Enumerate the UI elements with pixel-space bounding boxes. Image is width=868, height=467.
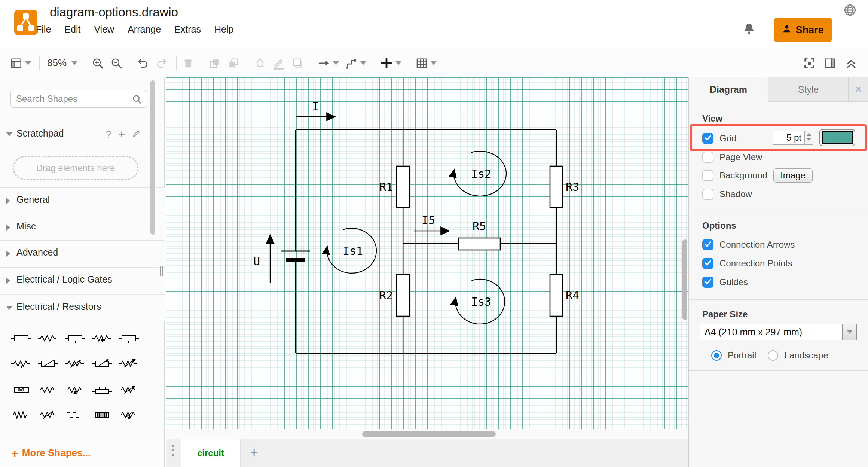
shape-resistor-zigzag-line[interactable] bbox=[37, 385, 59, 394]
to-back-button[interactable] bbox=[227, 57, 240, 70]
circuit-diagram[interactable]: I U I5 R1 R2 R3 R4 R5 Is1 Is2 Is3 bbox=[166, 77, 688, 429]
waypoints-button[interactable] bbox=[345, 57, 366, 70]
shape-resistor-zigzag-arrowhead[interactable] bbox=[64, 385, 86, 394]
to-front-button[interactable] bbox=[208, 57, 221, 70]
collapse-expand-button[interactable] bbox=[845, 57, 858, 70]
sidebar-section-advanced[interactable]: Advanced bbox=[0, 240, 165, 267]
resistor-r4[interactable] bbox=[550, 275, 563, 316]
grid-size-stepper[interactable] bbox=[805, 131, 813, 145]
dropzone-hint: Drag elements here bbox=[36, 163, 115, 173]
shape-resistor-zigzag-x[interactable] bbox=[118, 410, 140, 419]
view-panels-button[interactable] bbox=[10, 57, 31, 70]
scratchpad-add-icon[interactable]: + bbox=[118, 128, 125, 141]
shape-resistor-zigzag-wiper[interactable] bbox=[91, 334, 113, 343]
menu-view[interactable]: View bbox=[94, 24, 114, 35]
redo-button[interactable] bbox=[155, 57, 168, 70]
shadow-button[interactable] bbox=[291, 57, 304, 70]
shape-resistor-zigzag-slash[interactable] bbox=[37, 410, 59, 419]
shape-resistor-zigzag-variable[interactable] bbox=[118, 359, 140, 368]
grid-size-input[interactable] bbox=[773, 131, 805, 145]
paper-size-select[interactable]: A4 (210 mm x 297 mm) bbox=[700, 324, 857, 340]
pages-menu-icon[interactable] bbox=[172, 445, 174, 456]
portrait-radio[interactable] bbox=[711, 350, 722, 361]
sidebar-section-general[interactable]: General bbox=[0, 187, 165, 214]
horizontal-scrollbar[interactable] bbox=[362, 431, 496, 437]
sidebar-section-electrical-resistors[interactable]: Electrical / Resistors bbox=[0, 294, 165, 321]
scratchpad-help-icon[interactable]: ? bbox=[106, 129, 111, 140]
shape-resistor-box[interactable] bbox=[10, 334, 32, 343]
zoom-in-button[interactable] bbox=[91, 57, 104, 70]
to-front-icon bbox=[208, 57, 221, 70]
connection-arrows-checkbox[interactable] bbox=[702, 239, 713, 250]
sidebar-section-electrical-logic-gates[interactable]: Electrical / Logic Gates bbox=[0, 267, 165, 294]
delete-button[interactable] bbox=[182, 57, 195, 70]
guides-checkbox[interactable] bbox=[702, 277, 713, 288]
line-color-button[interactable] bbox=[272, 57, 285, 70]
scratchpad-edit-pencil-icon[interactable] bbox=[132, 128, 141, 141]
shape-resistor-zigzag[interactable] bbox=[37, 334, 59, 343]
circuit-wires[interactable] bbox=[296, 130, 556, 353]
shadow-checkbox[interactable] bbox=[702, 189, 713, 200]
toggle-format-panel-button[interactable] bbox=[824, 57, 837, 70]
shape-resistor-zigzag-trimmer-tap[interactable] bbox=[64, 359, 86, 368]
zoom-level-dropdown[interactable]: 85% bbox=[45, 57, 77, 69]
sidebar-resize-grip[interactable] bbox=[160, 266, 163, 276]
search-shapes-input[interactable] bbox=[16, 90, 128, 107]
vertical-scrollbar[interactable] bbox=[682, 239, 687, 320]
toolbar-separator bbox=[86, 56, 86, 71]
shape-resistor-box-tap-2[interactable] bbox=[118, 334, 140, 343]
resistor-r5[interactable] bbox=[458, 238, 500, 250]
menu-arrange[interactable]: Arrange bbox=[128, 24, 161, 35]
sidebar-section-misc[interactable]: Misc bbox=[0, 214, 165, 241]
language-globe-icon[interactable] bbox=[843, 3, 857, 17]
insert-table-button[interactable] bbox=[415, 57, 437, 70]
background-image-button[interactable]: Image bbox=[773, 168, 813, 183]
label-u: U bbox=[253, 255, 260, 268]
more-shapes-bar[interactable]: + More Shapes... bbox=[0, 439, 165, 467]
resistor-r1[interactable] bbox=[397, 166, 409, 208]
landscape-radio[interactable] bbox=[768, 350, 778, 361]
shape-resistor-zigzag-tall[interactable] bbox=[10, 410, 32, 419]
fill-color-button[interactable] bbox=[254, 57, 266, 70]
undo-button[interactable] bbox=[137, 57, 149, 70]
connection-points-checkbox[interactable] bbox=[702, 258, 713, 269]
grid-checkbox[interactable] bbox=[702, 133, 713, 144]
notifications-bell-icon[interactable] bbox=[742, 22, 756, 36]
shape-resistor-box-hatched[interactable] bbox=[91, 410, 113, 419]
menu-edit[interactable]: Edit bbox=[64, 24, 80, 35]
resistor-r2[interactable] bbox=[397, 275, 409, 316]
insert-button[interactable] bbox=[380, 57, 401, 70]
zoom-out-button[interactable] bbox=[110, 57, 123, 70]
shape-resistor-box-top-pins[interactable] bbox=[91, 385, 113, 394]
shape-resistor-box-tap[interactable] bbox=[64, 334, 86, 343]
chevron-right-icon bbox=[6, 224, 10, 231]
shape-resistor-zigzag-variable-2[interactable] bbox=[118, 385, 140, 394]
menu-help[interactable]: Help bbox=[214, 24, 233, 35]
tab-style[interactable]: Style bbox=[768, 77, 849, 102]
page-tab-circuit[interactable]: circuit bbox=[181, 439, 241, 467]
shape-resistor-squarewave[interactable] bbox=[64, 410, 86, 419]
connection-style-button[interactable] bbox=[318, 57, 339, 70]
shape-resistor-zigzag-tap[interactable] bbox=[10, 359, 32, 368]
label-r2: R2 bbox=[379, 289, 393, 302]
shape-resistor-box-circles[interactable] bbox=[10, 385, 32, 394]
menu-extras[interactable]: Extras bbox=[174, 24, 201, 35]
shape-resistor-box-variable[interactable] bbox=[91, 359, 113, 368]
background-checkbox[interactable] bbox=[702, 170, 713, 181]
shape-resistor-box-trimmer[interactable] bbox=[37, 359, 59, 368]
scratchpad-dropzone[interactable]: Drag elements here bbox=[13, 156, 138, 180]
fullscreen-button[interactable] bbox=[803, 57, 816, 70]
page-view-checkbox[interactable] bbox=[702, 152, 713, 163]
sidebar-scrollbar[interactable] bbox=[150, 80, 155, 235]
add-page-button[interactable]: + bbox=[245, 444, 263, 460]
menu-file[interactable]: File bbox=[36, 24, 51, 35]
panel-close-icon[interactable]: × bbox=[849, 77, 868, 102]
share-button[interactable]: Share bbox=[774, 18, 832, 42]
tab-diagram[interactable]: Diagram bbox=[689, 77, 768, 102]
drawing-canvas[interactable]: I U I5 R1 R2 R3 R4 R5 Is1 Is2 Is3 circui… bbox=[166, 77, 688, 467]
battery-source[interactable] bbox=[281, 251, 310, 262]
resistor-r3[interactable] bbox=[550, 166, 563, 208]
toolbar-separator bbox=[176, 56, 177, 71]
grid-color-button[interactable] bbox=[819, 129, 855, 146]
scratchpad-section-header[interactable]: Scratchpad ? + ✕ bbox=[0, 122, 165, 147]
